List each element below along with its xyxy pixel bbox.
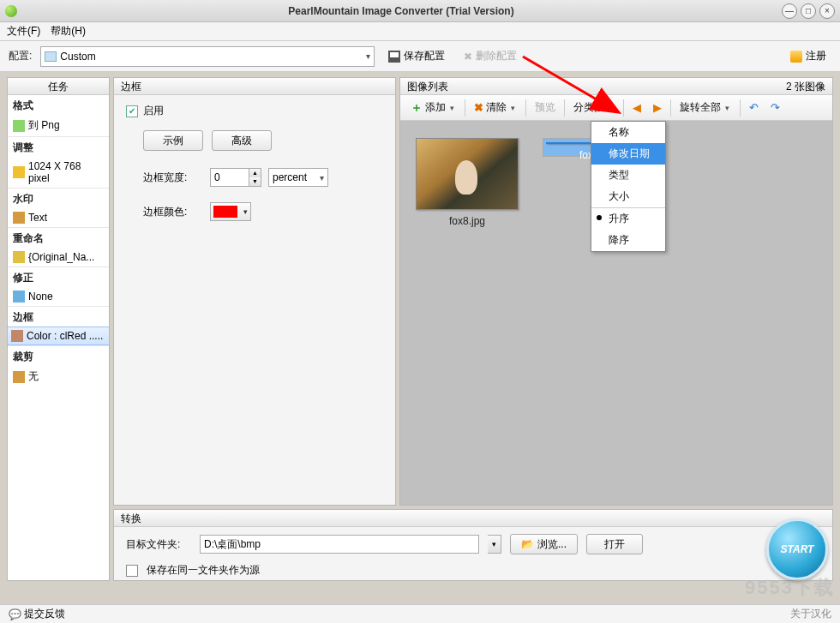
window-title: PearlMountain Image Converter (Trial Ver…	[24, 5, 778, 17]
task-item-crop[interactable]: 无	[8, 366, 109, 387]
task-group-watermark: 水印	[8, 188, 109, 208]
chevron-down-icon[interactable]: ▾	[607, 104, 615, 112]
rotate-all-button[interactable]: 旋转全部▾	[675, 98, 736, 118]
start-button[interactable]: START	[766, 518, 828, 580]
menu-file[interactable]: 文件(F)	[7, 24, 40, 39]
task-item-format[interactable]: 到 Png	[8, 115, 109, 136]
sort-asc[interactable]: 升序	[591, 207, 665, 230]
sort-by-type[interactable]: 类型	[591, 165, 665, 186]
register-button[interactable]: 注册	[785, 46, 831, 67]
sort-by-modified[interactable]: 修改日期	[591, 143, 665, 165]
dest-folder-dropdown[interactable]: ▾	[488, 535, 501, 554]
pencil-icon	[13, 251, 25, 263]
tasks-header: 任务	[8, 78, 109, 95]
statusbar: 💬 提交反馈 关于汉化	[0, 604, 840, 623]
advanced-button[interactable]: 高级	[212, 130, 272, 151]
clear-button[interactable]: ✖清除▾	[469, 98, 522, 118]
folder-open-icon: 📂	[521, 538, 534, 550]
config-toolbar: 配置: Custom ▾ 保存配置 ✖ 删除配置 注册	[0, 41, 840, 72]
sort-button[interactable]: 分类按▾	[568, 98, 620, 118]
task-item-watermark[interactable]: Text	[8, 208, 109, 227]
border-color-button[interactable]: ▾	[210, 202, 251, 221]
task-item-border[interactable]: Color : clRed .....	[8, 326, 109, 345]
add-button[interactable]: ＋添加▾	[405, 98, 461, 118]
border-width-spinner[interactable]: ▲▼	[210, 168, 261, 187]
convert-panel: 转换 目标文件夹: ▾ 📂浏览... 打开 ✔ 保存在同一文件夹作为源	[113, 509, 833, 581]
border-width-label: 边框宽度:	[143, 171, 203, 185]
chevron-down-icon[interactable]: ▾	[723, 104, 731, 112]
check-icon: ✔	[126, 105, 138, 117]
next-button[interactable]: ▶	[648, 98, 667, 118]
border-unit-select[interactable]: percent▾	[268, 168, 328, 187]
border-width-input[interactable]	[210, 168, 249, 187]
close-button[interactable]: ×	[819, 3, 835, 19]
spin-down-icon[interactable]: ▼	[249, 177, 261, 186]
undo-icon: ↶	[749, 101, 759, 114]
task-group-resize: 调整	[8, 136, 109, 157]
plus-icon: ＋	[411, 100, 423, 116]
color-swatch	[213, 206, 237, 218]
task-item-rename[interactable]: {Original_Na...	[8, 248, 109, 267]
prev-button[interactable]: ◀	[627, 98, 646, 118]
convert-icon	[13, 120, 25, 132]
menubar: 文件(F) 帮助(H)	[0, 22, 840, 41]
task-group-rename: 重命名	[8, 227, 109, 248]
dest-folder-label: 目标文件夹:	[126, 537, 191, 552]
arrow-left-icon: ◀	[633, 101, 641, 114]
image-count: 2 张图像	[786, 78, 825, 95]
floppy-icon	[388, 51, 400, 63]
dest-folder-input[interactable]	[200, 535, 479, 554]
border-color-label: 边框颜色:	[143, 205, 203, 219]
spin-up-icon[interactable]: ▲	[249, 169, 261, 177]
enable-checkbox[interactable]: ✔ 启用	[126, 104, 383, 118]
thumbnail-image	[416, 138, 519, 210]
image-list-title: 图像列表	[407, 78, 448, 95]
menu-help[interactable]: 帮助(H)	[51, 24, 86, 39]
task-group-adjust: 修正	[8, 267, 109, 287]
bullet-icon	[597, 215, 602, 220]
sort-desc[interactable]: 降序	[591, 230, 665, 251]
image-list-toolbar: ＋添加▾ ✖清除▾ 预览 分类按▾ ◀ ▶ 旋转全部▾ ↶ ↷	[400, 95, 832, 121]
sort-by-name[interactable]: 名称	[591, 122, 665, 143]
task-group-format: 格式	[8, 95, 109, 115]
browse-button[interactable]: 📂浏览...	[510, 534, 578, 554]
tasks-list: 格式 到 Png 调整 1024 X 768 pixel 水印 Text 重命名…	[8, 95, 109, 580]
feedback-link[interactable]: 提交反馈	[24, 607, 65, 621]
titlebar: PearlMountain Image Converter (Trial Ver…	[0, 0, 840, 22]
adjust-icon	[13, 291, 25, 303]
thumbnail-caption: fox8.jpg	[449, 215, 485, 227]
same-folder-label: 保存在同一文件夹作为源	[147, 563, 260, 578]
image-list-panel: 图像列表 2 张图像 ＋添加▾ ✖清除▾ 预览 分类按▾ ◀ ▶ 旋转全部▾	[399, 77, 833, 506]
crop-icon	[13, 371, 25, 383]
task-group-border: 边框	[8, 306, 109, 326]
chevron-down-icon[interactable]: ▾	[448, 104, 456, 112]
maximize-button[interactable]: □	[801, 3, 816, 19]
same-folder-checkbox[interactable]: ✔	[126, 565, 138, 577]
example-button[interactable]: 示例	[143, 130, 203, 151]
chevron-down-icon[interactable]: ▾	[509, 104, 517, 112]
sort-menu: 名称 修改日期 类型 大小 升序 降序	[591, 121, 666, 252]
sort-by-size[interactable]: 大小	[591, 186, 665, 207]
app-icon	[5, 5, 17, 17]
border-panel: 边框 ✔ 启用 示例 高级 边框宽度: ▲▼	[113, 77, 396, 506]
save-config-button[interactable]: 保存配置	[383, 46, 450, 67]
feedback-icon: 💬	[9, 608, 21, 620]
chevron-down-icon: ▾	[243, 207, 248, 216]
task-item-adjust[interactable]: None	[8, 287, 109, 306]
delete-config-button[interactable]: ✖ 删除配置	[459, 46, 522, 67]
config-selected: Custom	[60, 51, 95, 63]
open-button[interactable]: 打开	[586, 534, 643, 554]
thumbnail[interactable]: fox8.jpg	[416, 138, 519, 227]
redo-button[interactable]: ↷	[765, 98, 785, 118]
undo-button[interactable]: ↶	[744, 98, 764, 118]
minimize-button[interactable]: —	[782, 3, 797, 19]
about-link[interactable]: 关于汉化	[790, 607, 831, 621]
convert-title: 转换	[114, 510, 832, 527]
resize-icon	[13, 166, 25, 178]
text-icon	[13, 212, 25, 224]
border-panel-title: 边框	[114, 78, 395, 95]
config-select[interactable]: Custom ▾	[40, 46, 375, 67]
task-item-resize[interactable]: 1024 X 768 pixel	[8, 157, 109, 188]
preview-button[interactable]: 预览	[530, 98, 561, 118]
chevron-down-icon: ▾	[320, 173, 324, 183]
